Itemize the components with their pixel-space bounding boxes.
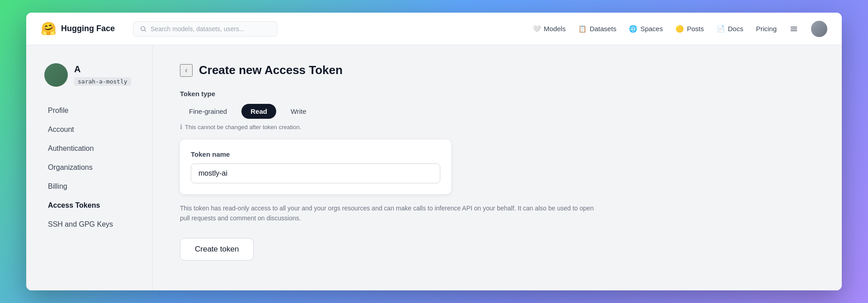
search-bar: Search models, datasets, users... [133,21,278,37]
page-header: ‹ Create new Access Token [180,63,815,77]
nav-posts-label: Posts [687,25,704,33]
spaces-icon: 🌐 [629,25,637,33]
nav-models-label: Models [544,25,566,33]
token-name-input[interactable] [191,163,440,183]
nav-menu-button[interactable] [789,24,798,33]
page-title: Create new Access Token [199,63,343,77]
token-type-read[interactable]: Read [241,104,276,119]
user-avatar-nav[interactable] [811,21,827,37]
nav-datasets-label: Datasets [590,25,616,33]
models-icon: 🤍 [533,25,541,33]
user-details: A sarah-a-mostly [74,64,131,86]
posts-icon: 🟡 [675,25,684,33]
main-content: ‹ Create new Access Token Token type Fin… [153,45,842,290]
sidebar-item-organizations[interactable]: Organizations [44,158,142,177]
user-handle: sarah-a-mostly [74,77,131,86]
sidebar-item-profile[interactable]: Profile [44,101,142,120]
search-input-wrapper[interactable]: Search models, datasets, users... [133,21,278,37]
nav-docs-label: Docs [728,25,743,33]
back-button[interactable]: ‹ [180,64,193,77]
sidebar: A sarah-a-mostly Profile Account Authent… [26,45,153,290]
navbar-nav: 🤍 Models 📋 Datasets 🌐 Spaces 🟡 Posts 📄 D… [533,21,827,37]
nav-posts[interactable]: 🟡 Posts [675,25,704,33]
sidebar-item-ssh-gpg[interactable]: SSH and GPG Keys [44,215,142,234]
search-placeholder: Search models, datasets, users... [151,25,245,33]
token-type-note: ℹ This cannot be changed after token cre… [180,123,815,131]
svg-line-1 [145,30,146,31]
sidebar-item-access-tokens[interactable]: Access Tokens [44,196,142,215]
brand-emoji: 🤗 [41,21,57,36]
sidebar-item-account[interactable]: Account [44,120,142,139]
nav-models[interactable]: 🤍 Models [533,25,566,33]
navbar: 🤗 Hugging Face Search models, datasets, … [26,13,842,45]
docs-icon: 📄 [717,25,725,33]
token-name-card: Token name [180,140,451,194]
sidebar-item-billing[interactable]: Billing [44,177,142,196]
search-icon [140,25,147,33]
token-type-fine-grained[interactable]: Fine-grained [180,104,236,119]
nav-spaces[interactable]: 🌐 Spaces [629,25,663,33]
token-name-label: Token name [191,150,440,158]
token-description: This token has read-only access to all y… [180,203,596,224]
brand-name: Hugging Face [61,24,115,33]
content-area: A sarah-a-mostly Profile Account Authent… [26,45,842,290]
create-token-button[interactable]: Create token [180,238,254,261]
brand-logo[interactable]: 🤗 Hugging Face [41,21,115,36]
nav-datasets[interactable]: 📋 Datasets [578,25,616,33]
sidebar-item-authentication[interactable]: Authentication [44,139,142,158]
sidebar-nav: Profile Account Authentication Organizat… [44,101,142,234]
svg-point-0 [141,26,145,30]
token-type-note-text: This cannot be changed after token creat… [185,124,301,131]
main-window: 🤗 Hugging Face Search models, datasets, … [26,13,842,290]
nav-docs[interactable]: 📄 Docs [717,25,743,33]
info-icon: ℹ [180,123,182,131]
token-type-write[interactable]: Write [282,104,316,119]
nav-spaces-label: Spaces [640,25,663,33]
datasets-icon: 📋 [578,25,587,33]
nav-pricing[interactable]: Pricing [756,25,777,33]
user-info: A sarah-a-mostly [44,63,142,87]
token-type-label: Token type [180,90,815,98]
user-name: A [74,64,131,75]
user-avatar [44,63,68,87]
token-type-row: Fine-grained Read Write [180,104,815,119]
nav-pricing-label: Pricing [756,25,777,33]
